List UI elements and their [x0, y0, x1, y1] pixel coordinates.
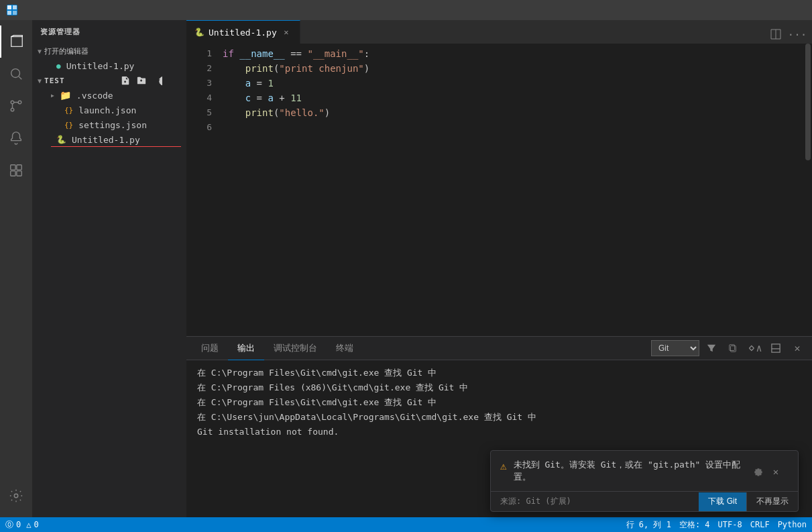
svg-point-4 [11, 69, 20, 78]
scrollbar-track [804, 44, 812, 336]
code-line-4: c = a + 11 [220, 91, 804, 105]
spaces-item[interactable]: 空格: 4 [679, 519, 710, 531]
encoding-text: UTF-8 [718, 520, 742, 529]
copy-output-btn[interactable] [723, 339, 742, 358]
status-errors[interactable]: ⓪ 0 [5, 519, 21, 531]
folder-icon: 📁 [60, 90, 71, 101]
panel-tab-output[interactable]: 输出 [228, 337, 264, 360]
app-icon [7, 5, 17, 15]
title-bar [0, 0, 812, 20]
new-folder-btn[interactable] [134, 73, 149, 88]
panel-tab-terminal[interactable]: 终端 [327, 337, 363, 360]
notification-actions-bar: 来源: Git (扩展) 下载 Git 不再显示 [491, 491, 798, 511]
notification-settings-btn[interactable] [751, 464, 766, 479]
open-editors-label: 打开的编辑器 [44, 46, 89, 56]
collapse-btn[interactable] [166, 73, 181, 88]
vscode-folder-label: .vscode [76, 91, 113, 101]
svg-rect-3 [13, 11, 17, 15]
filter-output-btn[interactable] [702, 339, 721, 358]
explorer-icon[interactable] [0, 25, 32, 58]
chevron-right-icon: ▶ [51, 93, 54, 99]
settings-json-label: settings.json [78, 120, 147, 130]
notification-message: 未找到 Git。请安装 Git，或在 "git.path" 设置中配置。 [514, 459, 744, 483]
spaces-text: 空格: 4 [679, 519, 710, 531]
line-numbers: 1 2 3 4 5 6 [186, 44, 220, 336]
toggle-panel-layout-btn[interactable] [766, 339, 785, 358]
output-source-select[interactable]: Git Python [651, 340, 699, 356]
code-line-6 [220, 120, 804, 135]
notification-top-actions: ✕ [751, 459, 789, 479]
tab-bar-actions: ··· [761, 25, 812, 44]
encoding-item[interactable]: UTF-8 [718, 520, 742, 529]
split-editor-btn[interactable] [766, 25, 785, 44]
more-actions-btn[interactable]: ··· [788, 25, 807, 44]
notification-source: 来源: Git (扩展) [491, 492, 699, 511]
output-line-5: Git installation not found. [197, 425, 801, 439]
code-line-3: a = 1 [220, 76, 804, 91]
root-file-label: Untitled-1.py [72, 135, 140, 145]
open-file-untitled[interactable]: ● Untitled-1.py [32, 58, 186, 73]
settings-icon[interactable] [0, 480, 32, 512]
svg-rect-9 [11, 165, 15, 170]
extensions-icon[interactable] [0, 154, 32, 187]
language-item[interactable]: Python [778, 520, 807, 529]
svg-point-6 [11, 101, 14, 104]
status-bar: ⓪ 0 △ 0 行 6, 列 1 空格: 4 UTF-8 CRLF [0, 517, 812, 532]
test-folder-label: TEST [44, 76, 65, 85]
debug-icon[interactable] [0, 122, 32, 154]
download-git-btn[interactable]: 下载 Git [699, 492, 746, 511]
output-line-4: 在 C:\Users\jun\AppData\Local\Programs\Gi… [197, 410, 801, 425]
sidebar-title: 资源管理器 [32, 20, 186, 44]
error-icon: ⓪ [5, 519, 13, 531]
chevron-down-icon-test: ▼ [38, 77, 42, 85]
code-line-2: print("print chenjun") [220, 61, 804, 76]
launch-json[interactable]: {} launch.json [32, 103, 186, 117]
source-control-icon[interactable] [0, 90, 32, 122]
close-panel-btn[interactable]: ✕ [788, 339, 807, 358]
editor-area: 🐍 Untitled-1.py ✕ ··· 1 2 3 4 [186, 20, 812, 517]
scrollbar-area[interactable] [804, 44, 812, 336]
refresh-btn[interactable] [150, 73, 165, 88]
line-ending-item[interactable]: CRLF [750, 520, 770, 529]
tab-label: Untitled-1.py [209, 28, 277, 38]
warning-count: 0 [34, 520, 38, 529]
code-content[interactable]: if __name__ == "__main__": print("print … [220, 44, 804, 336]
root-file-untitled[interactable]: 🐍 Untitled-1.py [32, 132, 186, 147]
status-warnings[interactable]: △ 0 [26, 520, 38, 529]
warning-triangle-icon: △ [26, 520, 31, 529]
vscode-folder[interactable]: ▶ 📁 .vscode [32, 88, 186, 103]
chevron-down-icon: ▼ [38, 48, 42, 55]
cursor-position-text: 行 6, 列 1 [626, 519, 671, 531]
json-icon-2: {} [64, 121, 73, 129]
panel-tab-problems[interactable]: 问题 [192, 337, 228, 360]
expand-panel-btn[interactable]: ∧ [745, 339, 764, 358]
svg-rect-1 [13, 5, 17, 9]
json-icon: {} [64, 106, 73, 115]
launch-json-label: launch.json [78, 105, 136, 115]
cursor-position-item[interactable]: 行 6, 列 1 [626, 519, 671, 531]
tab-untitled-1[interactable]: 🐍 Untitled-1.py ✕ [186, 20, 300, 44]
svg-point-8 [11, 108, 14, 111]
svg-rect-16 [772, 344, 780, 352]
status-right: 行 6, 列 1 空格: 4 UTF-8 CRLF Python [618, 519, 807, 531]
sidebar: 资源管理器 ▼ 打开的编辑器 ● Untitled-1.py ▼ TEST [32, 20, 186, 517]
notification-close-btn[interactable]: ✕ [768, 464, 783, 479]
tab-bar: 🐍 Untitled-1.py ✕ ··· [186, 20, 812, 44]
code-editor: 1 2 3 4 5 6 if __name__ == "__main__": p… [186, 44, 812, 336]
new-file-btn[interactable] [118, 73, 133, 88]
line-ending-text: CRLF [750, 520, 770, 529]
scrollbar-thumb [805, 44, 811, 160]
activity-bar [0, 20, 32, 517]
dont-show-again-btn[interactable]: 不再显示 [746, 492, 798, 511]
svg-rect-0 [7, 5, 11, 9]
settings-json[interactable]: {} settings.json [32, 117, 186, 132]
tab-close-btn[interactable]: ✕ [281, 27, 292, 38]
test-folder-header[interactable]: ▼ TEST [32, 73, 186, 88]
notification-popup: ⚠ 未找到 Git。请安装 Git，或在 "git.path" 设置中配置。 ✕… [490, 450, 799, 512]
panel-tab-debug-console[interactable]: 调试控制台 [264, 337, 327, 360]
search-icon[interactable] [0, 58, 32, 90]
language-text: Python [778, 520, 807, 529]
svg-rect-2 [7, 11, 11, 15]
warning-icon: ⚠ [500, 460, 507, 472]
open-editors-header[interactable]: ▼ 打开的编辑器 [32, 44, 186, 58]
